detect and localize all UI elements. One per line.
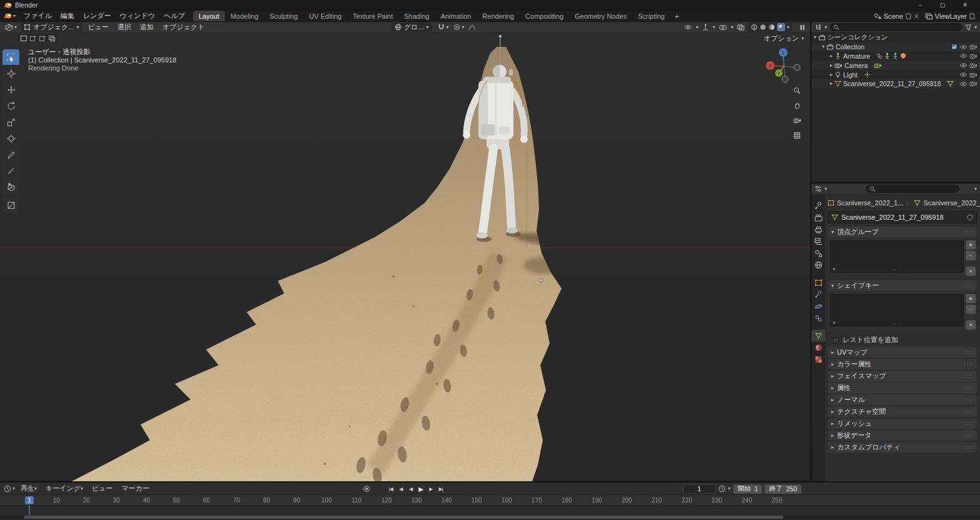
viewport-3d[interactable]: オプション ▾ ユーザー・透視投影 (1) Collection | Scani… [0,33,810,481]
workspace-tab-scripting[interactable]: Scripting [632,11,670,21]
menu-help[interactable]: ヘルプ [159,11,189,21]
mode-selector[interactable]: オブジェク... ▾ [21,22,82,32]
menu-window[interactable]: ウィンドウ [116,11,159,21]
chevron-down-icon[interactable]: ▾ [974,187,977,192]
chevron-down-icon[interactable]: ▾ [696,25,698,30]
new-viewlayer-icon[interactable] [969,13,975,19]
chevron-down-icon[interactable]: ▾ [12,486,15,491]
properties-tab-physics[interactable] [811,300,825,312]
chevron-down-icon[interactable]: ▾ [731,25,733,30]
viewport-menu-view[interactable]: ビュー [84,22,114,32]
tool-add-cube[interactable] [2,179,19,195]
timeline-scrollbar[interactable] [0,515,980,519]
outliner-row[interactable]: ▸Scaniverse_2022_11_27_095918 [811,79,980,89]
add-rest-position-checkbox[interactable] [833,337,839,343]
shape-keys-add-button[interactable]: + [966,294,976,303]
gizmo-neg-axis[interactable] [794,64,800,71]
gizmos-toggle-icon[interactable] [702,24,709,31]
shield-icon[interactable] [967,214,973,221]
panel-header-texture-space[interactable]: ▸テクスチャ空間∷∷ [828,406,977,417]
camera-toggle-icon[interactable] [969,62,978,69]
panel-header-face-maps[interactable]: ▸フェイスマップ∷∷ [828,371,977,381]
jump-start-button[interactable]: |◀ [387,484,395,493]
timeline-menu-playback[interactable]: 再生 ▾ [16,484,41,493]
panel-header-shape-keys[interactable]: ▾シェイプキー∷∷ [828,280,977,291]
menu-render[interactable]: レンダー [79,11,116,21]
list-filter-expander-icon[interactable]: ▸ [833,266,836,272]
properties-tab-texture[interactable] [811,353,825,365]
play-button[interactable]: ▶ [417,484,425,493]
panel-header-color-attributes[interactable]: ▸カラー属性∷∷ [828,359,977,370]
tool-select-box[interactable] [2,49,19,65]
properties-tab-world[interactable] [811,259,825,271]
breadcrumb-object[interactable]: Scaniverse_2022_1... [828,199,903,207]
vertex-groups-remove-button[interactable]: − [966,251,976,260]
expander-icon[interactable]: ▾ [822,44,824,49]
chevron-down-icon[interactable]: ▾ [824,187,827,192]
expander-icon[interactable]: ▸ [830,81,833,86]
tool-annotate[interactable] [2,147,19,162]
maximize-button[interactable]: ▢ [931,0,954,10]
panel-grip-icon[interactable]: ∷∷ [965,397,973,403]
viewport-menu-add[interactable]: 追加 [136,22,158,32]
navigation-gizmo[interactable]: Z X Y [765,46,804,84]
expander-icon[interactable]: ▸ [830,72,833,77]
shape-keys-specials-button[interactable]: ▾ [966,320,976,330]
chevron-down-icon[interactable]: ▾ [728,486,731,491]
panel-header-custom-properties[interactable]: ▸カスタムプロパティ∷∷ [828,442,977,453]
current-frame-field[interactable]: 1 [683,484,716,494]
expander-icon[interactable]: ▸ [830,54,833,59]
unlink-scene-icon[interactable] [914,14,919,19]
eye-toggle-icon[interactable] [959,62,968,69]
pan-button[interactable] [791,99,803,112]
playhead-marker[interactable]: 1 [25,496,34,504]
timeline-menu-marker[interactable]: マーカー [117,484,154,493]
falloff-curve-icon[interactable] [468,24,475,31]
chevron-down-icon[interactable]: ▾ [824,25,827,30]
camera-toggle-icon[interactable] [969,44,978,50]
overlays-toggle-icon[interactable] [719,24,727,31]
select-mode-extend-icon[interactable] [29,35,37,42]
gizmo-neg-axis[interactable] [782,76,788,82]
select-mode-subtract-icon[interactable] [39,35,46,42]
panel-grip-icon[interactable]: ∷∷ [965,409,973,415]
frame-end-field[interactable]: 終了 250 [765,484,801,494]
expander-icon[interactable]: ▾ [814,35,816,40]
outliner-row[interactable]: ▾Collection [811,42,980,52]
panel-header-vertex-groups[interactable]: ▾頂点グループ∷∷ [828,227,977,237]
properties-tab-material[interactable] [811,341,825,353]
camera-toggle-icon[interactable] [969,53,978,59]
proportional-edit-icon[interactable] [453,24,460,31]
breadcrumb-data[interactable]: Scaniverse_2022_1... [914,199,980,207]
vertex-groups-specials-button[interactable]: ▾ [966,267,976,276]
chevron-down-icon[interactable]: ▾ [462,25,464,30]
eye-toggle-icon[interactable] [959,44,968,50]
vertex-groups-list[interactable]: ▸···· [830,240,964,273]
editor-type-outliner-icon[interactable] [814,24,822,31]
xray-toggle-icon[interactable] [737,24,745,31]
workspace-tab-shading[interactable]: Shading [398,11,435,21]
play-reverse-button[interactable]: ◀ [407,484,415,493]
camera-toggle-icon[interactable] [969,81,978,87]
select-mode-new-icon[interactable] [20,35,27,42]
eye-toggle-icon[interactable] [959,53,968,59]
panel-header-attributes[interactable]: ▸属性∷∷ [828,383,977,393]
properties-tab-constraints[interactable] [811,312,825,324]
transform-orientation-selector[interactable]: グロ... ▾ [392,22,432,32]
panel-grip-icon[interactable]: ∷∷ [965,283,973,289]
record-button[interactable] [364,486,370,492]
panel-grip-icon[interactable]: ∷∷ [965,229,973,235]
scene-selector[interactable]: Scene [874,12,919,20]
workspace-tab-animation[interactable]: Animation [435,11,477,21]
timeline-menu-keying[interactable]: キーイング ▾ [41,484,87,493]
frame-start-field[interactable]: 開始 1 [733,484,763,494]
select-mode-intersect-icon[interactable] [48,35,56,42]
panel-header-uv-maps[interactable]: ▸UVマップ∷∷ [828,347,977,358]
chevron-down-icon[interactable]: ▾ [446,25,448,30]
zoom-button[interactable] [791,84,803,97]
properties-search-field[interactable] [866,185,959,193]
tool-transform[interactable] [2,130,19,146]
editor-type-timeline-icon[interactable] [4,485,11,493]
outliner-row[interactable]: ▾シーンコレクション [811,33,980,42]
object-visibility-icon[interactable] [684,24,692,30]
